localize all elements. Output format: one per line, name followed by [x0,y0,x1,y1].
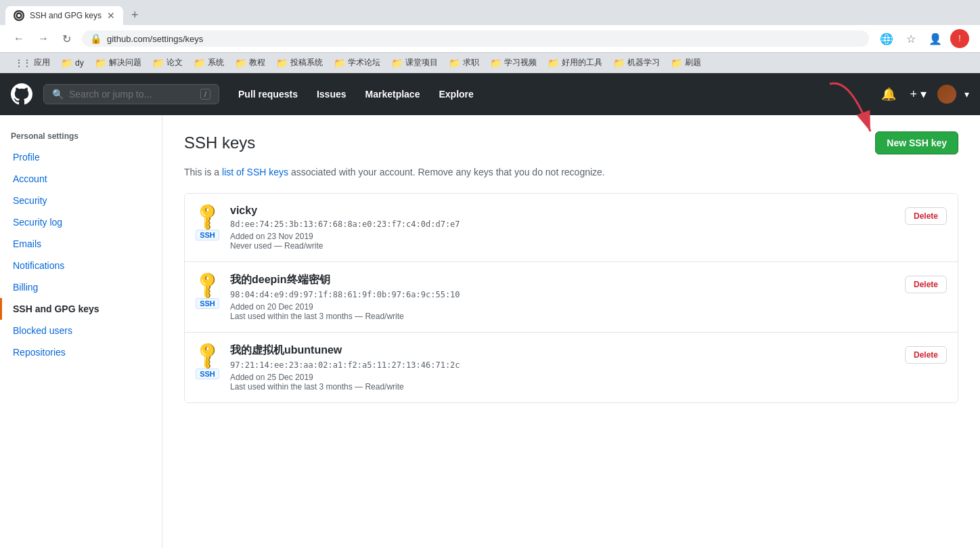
account-icon[interactable]: 👤 [926,29,945,48]
folder-icon: 📁 [95,58,106,68]
bookmark-academic[interactable]: 📁 学术论坛 [330,56,384,70]
bookmark-leetcode[interactable]: 📁 刷题 [667,56,705,70]
key-info-2: 我的deepin终端密钥 98:04:d4:e9:d9:97:1f:88:61:… [230,273,894,321]
header-actions: 🔔 + ▾ ▾ [878,84,969,104]
notifications-bell-button[interactable]: 🔔 [878,84,899,104]
github-logo[interactable] [11,83,32,105]
key-added-2: Added on 20 Dec 2019 [230,302,894,312]
key-item: 🔑 SSH 我的deepin终端密钥 98:04:d4:e9:d9:97:1f:… [185,262,958,333]
key-info-3: 我的虚拟机ubuntunew 97:21:14:ee:23:aa:02:a1:f… [230,343,894,392]
back-button[interactable]: ← [11,30,27,47]
bookmark-system[interactable]: 📁 系统 [190,56,228,70]
key-icon-2: 🔑 [191,268,223,300]
extension-icon[interactable]: ! [950,29,969,48]
tab-title: SSH and GPG keys [30,11,102,20]
folder-icon: 📁 [235,58,246,68]
key-name-3: 我的虚拟机ubuntunew [230,343,894,358]
bookmark-star-icon[interactable]: ☆ [901,29,920,48]
bookmark-jobs[interactable]: 📁 求职 [445,56,483,70]
sidebar-item-repositories[interactable]: Repositories [0,341,162,363]
delete-key-2-button[interactable]: Delete [905,276,947,293]
sidebar-item-notifications[interactable]: Notifications [0,255,162,276]
key-icon-3: 🔑 [191,338,223,371]
bookmarks-bar: ⋮⋮ 应用 📁 dy 📁 解决问题 📁 论文 📁 系统 📁 教程 📁 投稿系统 [0,53,980,73]
key-actions-3: Delete [905,343,947,364]
sidebar-item-blocked-users[interactable]: Blocked users [0,320,162,341]
apps-grid-icon: ⋮⋮ [15,58,31,68]
url-box[interactable]: 🔒 github.com/settings/keys [82,30,869,47]
nav-pull-requests[interactable]: Pull requests [230,83,306,105]
key-fingerprint-2: 98:04:d4:e9:d9:97:1f:88:61:9f:0b:97:6a:9… [230,290,894,299]
key-usage-2: Last used within the last 3 months — Rea… [230,312,894,321]
key-fingerprint-1: 8d:ee:74:25:3b:13:67:68:8a:e0:23:f7:c4:0… [230,219,894,229]
sidebar-item-account[interactable]: Account [0,168,162,190]
main-layout: Personal settings Profile Account Securi… [0,115,980,548]
key-name-1: vicky [230,205,894,217]
sidebar-item-profile[interactable]: Profile [0,146,162,168]
delete-key-3-button[interactable]: Delete [905,346,947,364]
key-usage-3: Last used within the last 3 months — Rea… [230,382,894,392]
bookmark-tools[interactable]: 📁 好用的工具 [543,56,606,70]
toolbar-icons: 🌐 ☆ 👤 ! [877,29,969,48]
bookmark-resolve[interactable]: 📁 解决问题 [91,56,146,70]
key-icon-area-3: 🔑 SSH [196,343,219,379]
address-bar: ← → ↻ 🔒 github.com/settings/keys 🌐 ☆ 👤 ! [0,25,980,53]
bookmark-videos[interactable]: 📁 学习视频 [486,56,541,70]
key-meta-1: Added on 23 Nov 2019 Never used — Read/w… [230,232,894,251]
sidebar-item-ssh-gpg-keys[interactable]: SSH and GPG keys [0,298,162,320]
tab-bar: SSH and GPG keys ✕ + [0,0,980,25]
key-info-1: vicky 8d:ee:74:25:3b:13:67:68:8a:e0:23:f… [230,205,894,251]
create-new-button[interactable]: + ▾ [907,84,929,104]
search-icon: 🔍 [52,89,64,100]
key-added-3: Added on 25 Dec 2019 [230,373,894,382]
folder-icon: 📁 [671,58,682,68]
nav-issues[interactable]: Issues [309,83,355,105]
description-text: This is a list of SSH keys associated wi… [184,165,958,180]
bookmark-apps[interactable]: ⋮⋮ 应用 [11,56,54,70]
bookmark-tutorial[interactable]: 📁 教程 [231,56,269,70]
key-item: 🔑 SSH vicky 8d:ee:74:25:3b:13:67:68:8a:e… [185,194,958,262]
bookmark-dy[interactable]: 📁 dy [57,56,88,70]
key-item: 🔑 SSH 我的虚拟机ubuntunew 97:21:14:ee:23:aa:0… [185,333,958,402]
bookmark-submission[interactable]: 📁 投稿系统 [272,56,327,70]
folder-icon: 📁 [490,58,502,68]
new-ssh-key-button[interactable]: New SSH key [875,131,958,154]
key-name-2: 我的deepin终端密钥 [230,273,894,287]
sidebar-section-title: Personal settings [0,126,162,146]
search-input[interactable] [69,89,195,100]
bookmark-paper[interactable]: 📁 论文 [148,56,187,70]
nav-explore[interactable]: Explore [430,83,481,105]
active-tab[interactable]: SSH and GPG keys ✕ [5,6,123,25]
translate-icon[interactable]: 🌐 [877,29,896,48]
sidebar-item-security-log[interactable]: Security log [0,211,162,233]
key-icon-1: 🔑 [191,199,223,232]
forward-button[interactable]: → [35,30,51,47]
search-box[interactable]: 🔍 / [43,84,219,104]
sidebar-item-billing[interactable]: Billing [0,276,162,298]
bookmark-ml[interactable]: 📁 机器学习 [609,56,664,70]
content-header: SSH keys New SSH key [184,131,958,154]
folder-icon: 📁 [152,58,164,68]
sidebar-item-emails[interactable]: Emails [0,233,162,255]
key-actions-2: Delete [905,273,947,293]
sidebar-item-security[interactable]: Security [0,190,162,211]
url-text: github.com/settings/keys [107,34,861,44]
new-tab-button[interactable]: + [126,5,144,25]
key-usage-1: Never used — Read/write [230,241,894,251]
key-fingerprint-3: 97:21:14:ee:23:aa:02:a1:f2:a5:11:27:13:4… [230,360,894,370]
main-nav: Pull requests Issues Marketplace Explore [230,83,868,105]
content-area: SSH keys New SSH key This is a list of S… [162,115,980,548]
nav-marketplace[interactable]: Marketplace [357,83,428,105]
folder-icon: 📁 [449,58,460,68]
slash-shortcut: / [200,89,210,100]
ssh-keys-list: 🔑 SSH vicky 8d:ee:74:25:3b:13:67:68:8a:e… [184,193,958,403]
ssh-keys-link[interactable]: list of SSH keys [222,167,288,177]
delete-key-1-button[interactable]: Delete [905,207,947,225]
avatar-dropdown-icon[interactable]: ▾ [964,89,969,100]
tab-close-button[interactable]: ✕ [107,10,115,21]
sidebar: Personal settings Profile Account Securi… [0,115,162,548]
bookmark-classroom[interactable]: 📁 课堂项目 [387,56,442,70]
user-avatar[interactable] [937,85,956,104]
github-header: 🔍 / Pull requests Issues Marketplace Exp… [0,73,980,115]
refresh-button[interactable]: ↻ [60,30,74,48]
